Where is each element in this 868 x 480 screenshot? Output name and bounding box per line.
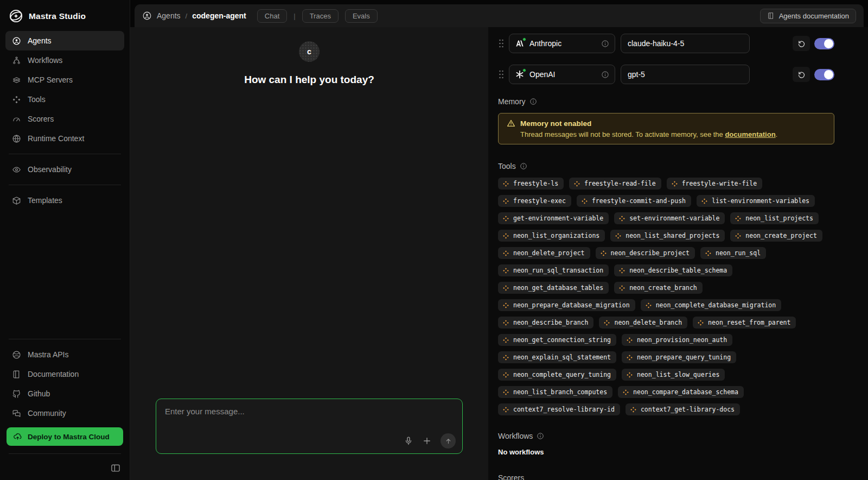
tool-chip[interactable]: freestyle-read-file [569,178,661,190]
tool-diamonds-icon [618,285,626,292]
sidebar-item-scorers[interactable]: Scorers [5,109,124,129]
message-input[interactable] [164,406,455,434]
tool-chip[interactable]: set-environment-variable [614,212,725,224]
tool-chip[interactable]: neon_complete_database_migration [641,299,782,311]
tool-chip[interactable]: context7_get-library-docs [626,403,740,415]
tool-diamonds-icon [626,371,633,378]
sidebar-item-documentation[interactable]: Documentation [5,364,124,384]
agents-documentation-button[interactable]: Agents documentation [760,9,856,23]
tool-chip[interactable]: neon_describe_project [596,247,695,259]
sidebar-item-tools[interactable]: Tools [5,90,124,109]
model-name-input[interactable]: claude-haiku-4-5 [621,34,750,53]
tab-traces[interactable]: Traces [302,9,339,23]
provider-select[interactable]: Anthropic [509,34,615,53]
tool-chip[interactable]: neon_list_shared_projects [610,230,725,242]
info-icon[interactable] [529,98,537,105]
info-icon[interactable] [520,162,527,170]
sidebar-item-community[interactable]: Community [5,403,124,423]
tool-chip[interactable]: neon_compare_database_schema [618,386,744,398]
microphone-icon[interactable] [404,436,413,446]
sidebar-footer [0,459,130,475]
chat-greeting: How can I help you today? [244,74,374,86]
tool-chip[interactable]: neon_list_slow_queries [622,369,725,381]
tab-chat[interactable]: Chat [257,9,287,23]
avatar-letter: c [307,47,311,56]
breadcrumb-section[interactable]: Agents [157,11,181,20]
sidebar-item-workflows[interactable]: Workflows [5,50,124,70]
observability-icon [12,165,21,174]
tool-chip[interactable]: get-environment-variable [498,212,609,224]
tool-chip[interactable]: neon_get_database_tables [498,282,609,294]
tool-chip[interactable]: freestyle-commit-and-push [577,195,691,207]
collapse-sidebar-icon[interactable] [110,463,121,473]
tool-diamonds-icon [626,354,633,361]
workflows-heading: Workflows [498,432,834,440]
tool-diamonds-icon [626,337,633,344]
tool-chip[interactable]: neon_create_project [730,230,822,242]
tool-chip[interactable]: list-environment-variables [697,195,815,207]
tool-diamonds-icon [615,232,622,239]
tool-chip[interactable]: neon_list_projects [730,212,819,224]
tool-diamonds-icon [502,250,509,257]
tool-chip[interactable]: neon_run_sql [700,247,766,259]
tool-chip[interactable]: neon_delete_project [498,247,590,259]
tool-chip[interactable]: neon_prepare_database_migration [498,299,635,311]
content-row: c How can I help you today? [130,27,868,480]
tool-chip[interactable]: neon_run_sql_transaction [498,264,609,276]
tool-diamonds-icon [630,406,637,413]
tool-diamonds-icon [502,354,509,361]
sidebar-item-github[interactable]: Github [5,384,124,403]
sidebar: Mastra Studio Agents Workflows MCP Serve… [0,0,130,480]
sidebar-item-agents[interactable]: Agents [5,31,124,50]
tab-evals[interactable]: Evals [345,9,378,23]
tool-diamonds-icon [502,389,509,396]
sidebar-item-runtime-context[interactable]: Runtime Context [5,129,124,148]
tool-chip[interactable]: context7_resolve-library-id [498,403,620,415]
reset-model-button[interactable] [793,36,810,51]
tool-chip[interactable]: freestyle-exec [498,195,571,207]
tool-chip[interactable]: neon_describe_branch [498,317,593,329]
model-name-input[interactable]: gpt-5 [621,65,750,84]
tool-chip[interactable]: neon_delete_branch [599,317,687,329]
provider-select[interactable]: OpenAI [509,65,615,84]
send-button[interactable] [441,433,456,449]
drag-handle-icon[interactable] [498,70,505,79]
warning-header: Memory not enabled [507,119,826,128]
mastra-logo-icon [9,9,23,23]
sidebar-item-mcp-servers[interactable]: MCP Servers [5,70,124,90]
tool-chip[interactable]: neon_provision_neon_auth [622,334,732,346]
drag-handle-icon[interactable] [498,39,505,48]
attach-plus-icon[interactable] [422,436,432,446]
documentation-link[interactable]: documentation [725,130,775,138]
tool-chip[interactable]: neon_list_organizations [498,230,605,242]
tool-chip[interactable]: neon_create_branch [614,282,703,294]
tool-diamonds-icon [697,319,704,326]
info-icon[interactable] [601,71,609,79]
deploy-to-mastra-cloud-button[interactable]: Deploy to Mastra Cloud [7,427,123,446]
model-enabled-toggle[interactable] [814,69,834,80]
tool-chip[interactable]: freestyle-write-file [667,178,762,190]
tool-chip[interactable]: neon_list_branch_computes [498,386,612,398]
reset-model-button[interactable] [793,67,810,82]
tool-chip[interactable]: neon_get_connection_string [498,334,616,346]
tool-chip[interactable]: neon_reset_from_parent [693,317,796,329]
templates-icon [12,196,21,205]
tool-diamonds-icon [671,180,678,187]
tool-chip[interactable]: freestyle-ls [498,178,564,190]
tool-chip[interactable]: neon_explain_sql_statement [498,351,616,363]
sidebar-item-templates[interactable]: Templates [5,191,124,210]
tool-diamonds-icon [502,215,509,222]
sidebar-item-observability[interactable]: Observability [5,160,124,179]
model-enabled-toggle[interactable] [814,38,834,49]
tools-heading: Tools [498,162,834,170]
reset-icon [797,71,806,79]
tool-diamonds-icon [502,232,509,239]
tool-chip[interactable]: neon_describe_table_schema [614,264,732,276]
info-icon[interactable] [537,432,544,440]
sidebar-nav-main: Agents Workflows MCP Servers Tools [0,31,130,148]
tool-chip[interactable]: neon_complete_query_tuning [498,369,616,381]
tool-chip[interactable]: neon_prepare_query_tuning [622,351,736,363]
sidebar-item-mastra-apis[interactable]: Mastra APIs [5,345,124,364]
info-icon[interactable] [601,40,609,48]
anthropic-logo [515,39,525,48]
